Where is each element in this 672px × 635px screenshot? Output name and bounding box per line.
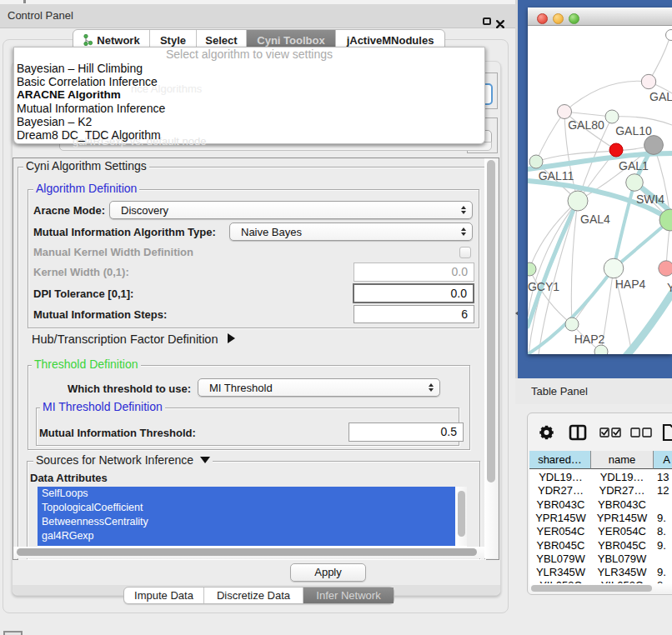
svg-text:GAL80: GAL80 [568,118,604,132]
svg-text:GAL1: GAL1 [619,159,649,172]
svg-text:GAL7: GAL7 [649,90,672,103]
svg-text:GCY1: GCY1 [528,280,559,293]
svg-text:SWI4: SWI4 [636,192,664,206]
svg-text:Y: Y [667,281,672,294]
svg-text:HAP4: HAP4 [615,278,646,291]
svg-text:HAP2: HAP2 [574,332,605,346]
svg-text:GAL4: GAL4 [580,212,610,226]
svg-text:GAL11: GAL11 [539,169,574,182]
svg-text:GAL10: GAL10 [615,124,652,138]
